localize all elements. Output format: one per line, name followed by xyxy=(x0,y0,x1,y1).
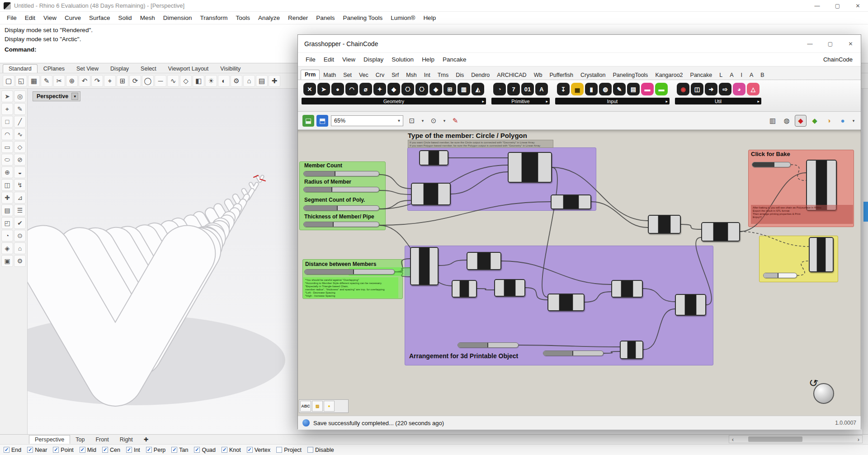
gh-tab-math[interactable]: Math xyxy=(320,71,340,80)
tool-icon[interactable]: ⬭ xyxy=(1,154,13,166)
paint-icon[interactable]: ✎ xyxy=(449,115,461,127)
zoom-extents-icon[interactable]: ⊡ xyxy=(406,115,418,127)
ribbon-icon[interactable]: A xyxy=(535,83,548,95)
toolbar-icon[interactable]: ✚ xyxy=(269,75,280,87)
ribbon-icon[interactable]: ⊞ xyxy=(443,83,456,95)
number-slider[interactable] xyxy=(303,171,379,176)
rhino-menu-file[interactable]: File xyxy=(3,14,21,21)
canvas-nav-ball[interactable]: ↺ xyxy=(809,379,837,407)
osnap-quad[interactable]: ✓Quad xyxy=(194,447,216,453)
gh-tab-archicad[interactable]: ARCHICAD xyxy=(493,71,530,80)
gh-menu-display[interactable]: Display xyxy=(359,56,387,63)
rhino-menu-help[interactable]: Help xyxy=(419,14,440,21)
number-slider[interactable] xyxy=(752,162,791,167)
gh-tab-pancake[interactable]: Pancake xyxy=(687,71,716,80)
component-outputs[interactable] xyxy=(438,184,450,204)
toolbar-tab-cplanes[interactable]: CPlanes xyxy=(38,64,71,73)
gh-component[interactable] xyxy=(675,294,706,316)
component-body[interactable] xyxy=(713,223,728,241)
gh-component[interactable] xyxy=(547,294,585,311)
dropdown-icon[interactable]: ▾ xyxy=(420,115,425,127)
component-inputs[interactable] xyxy=(495,280,504,296)
tool-icon[interactable]: ⊿ xyxy=(14,192,26,204)
checkbox[interactable] xyxy=(307,447,313,453)
gh-tab-set[interactable]: Set xyxy=(340,71,355,80)
ribbon-icon[interactable]: ◫ xyxy=(691,83,703,95)
gh-tab-b[interactable]: B xyxy=(757,71,768,80)
ribbon-group-label[interactable]: Geometry▸ xyxy=(302,98,486,104)
osnap-disable[interactable]: Disable xyxy=(307,447,334,453)
component-inputs[interactable] xyxy=(810,238,817,271)
component-body[interactable] xyxy=(621,281,633,297)
toolbar-icon[interactable]: ✎ xyxy=(41,75,52,87)
checkbox[interactable]: ✓ xyxy=(222,447,227,453)
gh-tab-panelingtools[interactable]: PanelingTools xyxy=(609,71,652,80)
component-outputs[interactable] xyxy=(469,281,476,297)
component-body[interactable] xyxy=(424,184,439,204)
viewport-tab-right[interactable]: Right xyxy=(114,436,138,444)
checkbox[interactable]: ✓ xyxy=(171,447,177,453)
ribbon-icon[interactable]: ▥ xyxy=(458,83,470,95)
rhino-menu-dimension[interactable]: Dimension xyxy=(159,14,196,21)
osnap-int[interactable]: ✓Int xyxy=(126,447,140,453)
canvas-tab-icon[interactable]: ▨ xyxy=(312,401,323,412)
component-outputs[interactable] xyxy=(439,151,448,165)
component-outputs[interactable] xyxy=(728,223,739,241)
half-sphere-icon[interactable]: ◑ xyxy=(823,115,835,127)
number-slider[interactable] xyxy=(458,342,519,348)
maximize-button[interactable]: ▢ xyxy=(827,0,848,11)
checkbox[interactable]: ✓ xyxy=(102,447,108,453)
component-inputs[interactable] xyxy=(411,248,419,284)
toolbar-icon[interactable]: ◐ xyxy=(218,75,230,87)
ribbon-icon[interactable]: ◍ xyxy=(599,83,612,95)
tool-icon[interactable]: ◔ xyxy=(1,230,13,242)
component-outputs[interactable] xyxy=(573,294,584,310)
rhino-menu-transform[interactable]: Transform xyxy=(196,14,231,21)
component-outputs[interactable] xyxy=(515,280,524,296)
ribbon-icon[interactable]: ▬ xyxy=(655,83,668,95)
ribbon-group-label[interactable]: Primitive▸ xyxy=(491,98,550,104)
gh-menu-pancake[interactable]: Pancake xyxy=(439,56,471,63)
toolbar-icon[interactable]: ⊕ xyxy=(66,75,78,87)
toolbar-tab-display[interactable]: Display xyxy=(104,64,135,73)
gh-titlebar[interactable]: Grasshopper - ChainCode — ▢ ✕ xyxy=(298,35,861,53)
component-inputs[interactable] xyxy=(621,341,627,358)
gh-tab-l[interactable]: L xyxy=(716,71,726,80)
gh-component[interactable] xyxy=(701,222,740,242)
gh-tab-int[interactable]: Int xyxy=(420,71,434,80)
gh-menu-view[interactable]: View xyxy=(338,56,359,63)
toolbar-icon[interactable]: ↷ xyxy=(91,75,103,87)
toolbar-icon[interactable]: ◯ xyxy=(142,75,154,87)
component-body[interactable] xyxy=(419,248,429,284)
ribbon-icon[interactable]: ✦ xyxy=(373,83,386,95)
gh-menu-file[interactable]: File xyxy=(302,56,320,63)
toolbar-icon[interactable]: ⊞ xyxy=(117,75,128,87)
rhino-menu-solid[interactable]: Solid xyxy=(114,14,136,21)
component-body[interactable] xyxy=(504,280,515,296)
toolbar-icon[interactable]: ⚙ xyxy=(231,75,242,87)
toolbar-icon[interactable]: ─ xyxy=(155,75,166,87)
osnap-cen[interactable]: ✓Cen xyxy=(102,447,120,453)
open-folder-icon[interactable]: ⬓ xyxy=(302,115,314,127)
component-body[interactable] xyxy=(685,295,696,315)
tool-icon[interactable]: ✎ xyxy=(14,103,26,115)
number-slider[interactable] xyxy=(543,351,604,356)
tool-icon[interactable]: ◇ xyxy=(14,141,26,153)
osnap-perp[interactable]: ✓Perp xyxy=(146,447,165,453)
green-gem-icon[interactable]: ◆ xyxy=(809,115,821,127)
ribbon-icon[interactable]: 7 xyxy=(507,83,520,95)
gh-component[interactable] xyxy=(611,280,643,298)
checkbox[interactable]: ✓ xyxy=(80,447,85,453)
osnap-near[interactable]: ✓Near xyxy=(27,447,47,453)
tool-icon[interactable]: ▣ xyxy=(1,255,13,267)
component-inputs[interactable] xyxy=(649,216,658,233)
tool-icon[interactable]: ☰ xyxy=(14,204,26,216)
component-inputs[interactable] xyxy=(807,161,816,210)
toolbar-tab-select[interactable]: Select xyxy=(135,64,162,73)
ribbon-icon[interactable]: ➤ xyxy=(317,83,330,95)
rhino-menu-render[interactable]: Render xyxy=(284,14,312,21)
rhino-menu-view[interactable]: View xyxy=(39,14,61,21)
component-body[interactable] xyxy=(429,151,439,165)
tool-icon[interactable]: ✔ xyxy=(14,217,26,229)
tool-icon[interactable]: ⊙ xyxy=(14,230,26,242)
